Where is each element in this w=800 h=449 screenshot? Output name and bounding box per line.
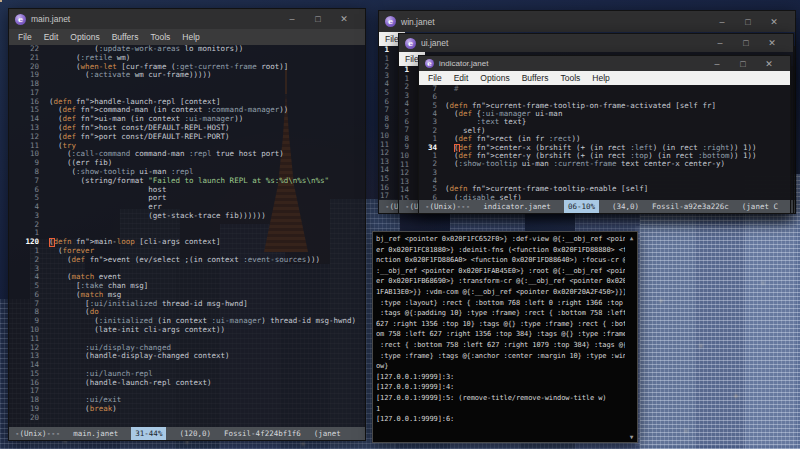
code-line: 9 ((err fib) [9,159,365,168]
menu-item[interactable]: Tools [554,72,586,84]
code-line: 4 (def {:ui-manager ui-man [419,110,790,118]
minimize-button[interactable]: – [707,34,733,52]
modeline: -(Unix)--- main.janet 31-44% (120,0) Fos… [9,427,365,440]
code-line: 16 (handle-launch-repl context) [9,379,365,388]
code-line: 3 [419,169,790,177]
code-line: 34 (def fn">center-x (brshift (+ (in rec… [419,144,790,152]
maximize-button[interactable]: □ [735,13,761,31]
code-line: 20 [9,414,365,423]
modeline-position-highlight: 06-10% [564,200,599,213]
minimize-button[interactable]: – [279,10,305,28]
menu-item[interactable]: Edit [448,72,475,84]
menu-item[interactable]: Options [64,31,105,43]
code-line: 4 err [9,203,365,212]
code-line: 4 (match event [9,273,365,282]
code-line: 2 (def fn">event (ev/select ;(in context… [9,256,365,265]
scroll-up-arrow[interactable]: ▲ [627,234,636,241]
console-line: om 758 :left 627 :right 1356 :top 384} :… [376,329,625,340]
maximize-button[interactable]: □ [305,10,331,28]
code-line: 11 (try [9,142,365,151]
code-line: 7 [:ui/initialized thread-id msg-hwnd] [9,300,365,309]
close-button[interactable]: ✕ [756,57,782,71]
buffer-indicator[interactable]: 7 # 6 5(defn fn">current-frame-tooltip-o… [419,85,790,200]
menu-item[interactable]: Tools [144,31,176,43]
menu-item[interactable]: Buffers [106,31,145,43]
code-line: 15 :ui/launch-repl [9,370,365,379]
code-line: 5 [:take chan msg] [9,282,365,291]
buffer-main[interactable]: 22 (:update-work-areas lo monitors)) 21 … [9,45,365,427]
emacs-icon: e [385,16,396,27]
menu-item[interactable]: Edit [38,31,65,43]
titlebar[interactable]: e indicator.janet – □ ✕ [419,56,790,71]
modeline-cursor-pos: (34,0) [612,200,639,213]
code-line: 13 (def fn">host const/DEFAULT-REPL-HOST… [9,124,365,133]
close-button[interactable]: ✕ [761,13,787,31]
maximize-button[interactable]: □ [730,57,756,71]
modeline-mode: (janet [314,427,341,440]
window-title: win.janet [401,17,435,27]
code-line: 3 [9,265,365,274]
modeline: -(Unix)--- indicator.janet 06-10% (34,0)… [419,200,790,213]
code-line: 18 [9,80,365,89]
code-line: 3 :text text} [419,118,790,126]
emacs-icon: e [15,14,26,25]
code-line: 1 (forever [9,247,365,256]
maximize-button[interactable]: □ [733,34,759,52]
code-line: 17 [9,89,365,98]
console-line: 1FAB13E0>}} :vdm-com @{:__obj_ref <point… [376,287,625,298]
window-title: main.janet [31,14,70,24]
window-title: indicator.janet [439,59,488,68]
code-line: 6 (match msg [9,291,365,300]
code-line: 7 (string/format "Failed to launch REPL … [9,177,365,186]
code-line: 19 (:activate wm cur-frame))))) [9,71,365,80]
code-line: 10 (:call-command command-man :repl true… [9,150,365,159]
window-title: ui.janet [421,38,448,48]
window-repl-console[interactable]: bj_ref <pointer 0x020F1FC652F0>} :def-vi… [372,231,638,443]
console-line: :tags @{:padding 10} :type :frame} :rect… [376,308,625,319]
console-line: er 0x020F1FB68690>} :transform-cr @{:__o… [376,276,625,287]
menu-item[interactable]: Buffers [516,72,555,84]
code-line: 6 (:disable self) [419,194,790,200]
code-line: 5 port [9,194,365,203]
menu-item[interactable]: File [422,72,448,84]
code-line: 15 (def fn">command-man (in context :com… [9,106,365,115]
console-output[interactable]: bj_ref <pointer 0x020F1FC652F0>} :def-vi… [376,234,625,440]
window-main-janet[interactable]: e main.janet – □ ✕ FileEditOptionsBuffer… [8,8,366,441]
code-line: 7 # [419,85,790,93]
code-line: 22 (:update-work-areas lo monitors)) [9,45,365,54]
code-line: 14 [9,361,365,370]
titlebar[interactable]: e ui.janet – □ ✕ [399,34,793,52]
code-line: 13 (handle-display-changed context) [9,352,365,361]
code-line: 18 :ui/exit [9,396,365,405]
code-line: 1 (def fn">center-y (brshift (+ (in rect… [419,152,790,160]
modeline-buffer-name: main.janet [73,427,118,440]
console-line: ow} [376,361,625,372]
code-line: 2 [9,221,365,230]
menubar: FileEditOptionsBuffersToolsHelp [419,71,790,85]
code-line: 21 (:retile wm) [9,54,365,63]
scroll-down-arrow[interactable]: ▼ [627,433,636,440]
minimize-button[interactable]: – [709,13,735,31]
code-line: 3 (get-stack-trace fib)))))) [9,212,365,221]
menu-item[interactable]: Help [176,31,205,43]
code-line: 5(defn fn">current-frame-tooltip-enable … [419,185,790,193]
minimize-button[interactable]: – [704,57,730,71]
code-line: 6 host [9,186,365,195]
modeline-mode: (janet C [742,200,778,213]
titlebar[interactable]: e main.janet – □ ✕ [9,9,365,29]
modeline-position-highlight: 31-44% [131,427,166,440]
code-line: 9 (:initialized (in context :ui-manager)… [9,317,365,326]
window-indicator-janet[interactable]: e indicator.janet – □ ✕ FileEditOptionsB… [418,55,791,214]
console-line: bj_ref <pointer 0x020F1FC652F0>} :def-vi… [376,234,625,245]
titlebar[interactable]: e win.janet – □ ✕ [379,11,795,32]
code-line: 12 (def fn">port const/DEFAULT-REPL-PORT… [9,133,365,142]
emacs-icon: e [405,38,416,49]
close-button[interactable]: ✕ [331,10,357,28]
console-line: [127.0.0.1:9999]:3: [376,372,625,383]
close-button[interactable]: ✕ [759,34,785,52]
menu-item[interactable]: Options [474,72,515,84]
code-line: 14 (def fn">ui-man (in context :ui-manag… [9,115,365,124]
console-line: [127.0.0.1:9999]:4: [376,382,625,393]
menu-item[interactable]: File [12,31,38,43]
menu-item[interactable]: Help [586,72,615,84]
